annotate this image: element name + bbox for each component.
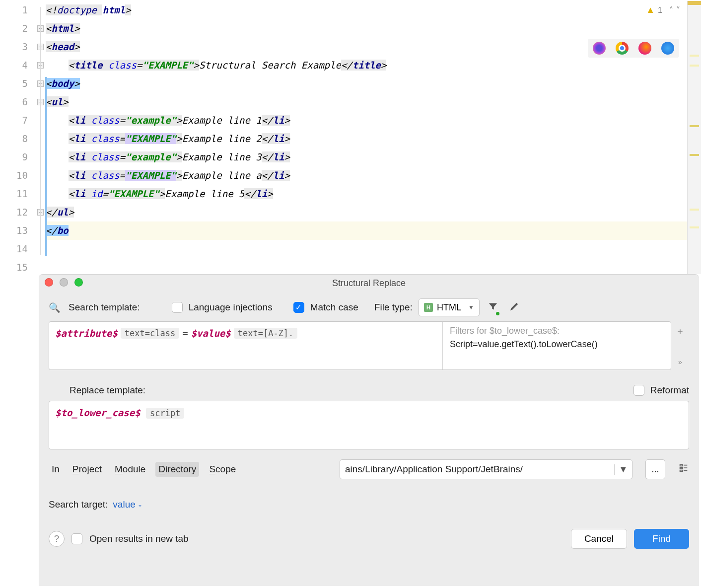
filter-active-dot-icon [496,312,499,315]
replace-template-area[interactable]: $to_lower_case$ script [49,401,689,449]
reformat-checkbox[interactable] [633,385,644,396]
line-number: 2 [0,19,28,38]
chevron-down-icon: ⌄ [138,501,142,508]
find-button[interactable]: Find [634,529,689,549]
scope-module[interactable]: Module [112,462,148,477]
scope-scope[interactable]: Scope [206,462,239,477]
expand-filters-button[interactable]: » [678,358,682,366]
filter-body: Script=value.getText().toLowerCase() [450,339,664,350]
add-filter-button[interactable]: ＋ [676,325,685,337]
line-number: 6 [0,93,28,111]
scope-directory[interactable]: Directory [155,462,199,477]
search-var-attribute: $attribute$ [55,328,118,339]
language-injections-label: Language injections [189,302,273,313]
structural-replace-dialog: Structural Replace 🔍 Search template: La… [39,274,699,586]
code-editor[interactable]: 1 2 3 4 5 6 7 8 9 10 11 12 13 14 15 − − … [0,0,701,276]
search-target-label: Search target: [49,499,108,510]
html-file-icon: H [424,303,433,312]
search-icon[interactable]: 🔍 [49,302,61,313]
filter-panel: Filters for $to_lower_case$: Script=valu… [442,322,671,369]
reformat-label: Reformat [650,385,689,396]
line-number: 13 [0,221,28,240]
gutter: 1 2 3 4 5 6 7 8 9 10 11 12 13 14 15 [0,0,35,276]
error-stripe[interactable] [687,1,701,274]
replace-template-label: Replace template: [70,385,145,396]
line-number: 5 [0,74,28,93]
line-number: 15 [0,258,28,277]
directory-path-select[interactable]: ains/Library/Application Support/JetBrai… [340,459,632,479]
browser-icon-chrome[interactable] [616,42,629,55]
scope-in-label: In [49,462,63,477]
file-type-value: HTML [437,302,461,313]
chevron-down-icon: ▼ [468,304,474,311]
recursive-toggle-icon[interactable] [678,463,689,476]
open-new-tab-checkbox[interactable] [71,533,82,544]
line-number: 3 [0,38,28,56]
window-zoom-icon[interactable] [74,278,83,287]
search-target-dropdown[interactable]: value ⌄ [113,499,142,510]
browser-icon-firefox[interactable] [638,42,651,55]
replace-var: $to_lower_case$ [55,407,140,418]
line-number: 10 [0,166,28,185]
search-template-label: Search template: [69,302,140,313]
search-template-area[interactable]: $attribute$ text=class = $value$ text=[A… [49,321,671,370]
scope-tabs: In Project Module Directory Scope [49,462,239,477]
line-number: 11 [0,185,28,203]
inspection-badge[interactable]: ▲ 1 ˄ ˅ [646,5,680,15]
scope-project[interactable]: Project [70,462,105,477]
line-number: 12 [0,203,28,221]
tools-button[interactable] [506,299,521,316]
line-number: 1 [0,1,28,19]
match-case-label: Match case [310,302,358,313]
line-number: 14 [0,240,28,258]
browse-directory-button[interactable]: ... [645,459,665,479]
line-number: 9 [0,148,28,166]
window-close-icon[interactable] [45,278,53,287]
open-in-browser-panel [588,39,679,58]
search-chip-attr: text=class [121,328,179,339]
open-new-tab-label: Open results in new tab [89,533,189,544]
chevron-down-icon[interactable]: ▼ [614,464,632,475]
line-number: 8 [0,130,28,148]
browser-icon-safari[interactable] [661,42,674,55]
line-number: 4 [0,56,28,74]
window-minimize-icon [60,278,68,287]
language-injections-checkbox[interactable] [172,302,183,313]
next-highlight[interactable]: ˅ [676,5,680,15]
help-button[interactable]: ? [49,531,65,547]
filter-title: Filters for $to_lower_case$: [450,326,664,336]
directory-path-value: ains/Library/Application Support/JetBrai… [340,464,614,475]
equals-sign: = [182,328,188,339]
search-var-value: $value$ [191,328,231,339]
line-number: 7 [0,111,28,130]
browser-icon-goland[interactable] [593,42,606,55]
dialog-titlebar[interactable]: Structural Replace [39,275,699,292]
match-case-checkbox[interactable]: ✓ [293,302,304,313]
warning-count: 1 [658,6,662,15]
cancel-button[interactable]: Cancel [571,529,627,549]
fold-column: − − − − − − [35,0,46,276]
warning-icon: ▲ [646,5,655,15]
search-chip-val: text=[A-Z]. [234,328,298,339]
prev-highlight[interactable]: ˄ [669,5,673,15]
replace-chip: script [146,408,184,419]
filter-button[interactable] [486,299,500,316]
dialog-title: Structural Replace [39,278,699,289]
file-type-select[interactable]: H HTML ▼ [419,298,480,316]
file-type-label: File type: [374,302,413,313]
